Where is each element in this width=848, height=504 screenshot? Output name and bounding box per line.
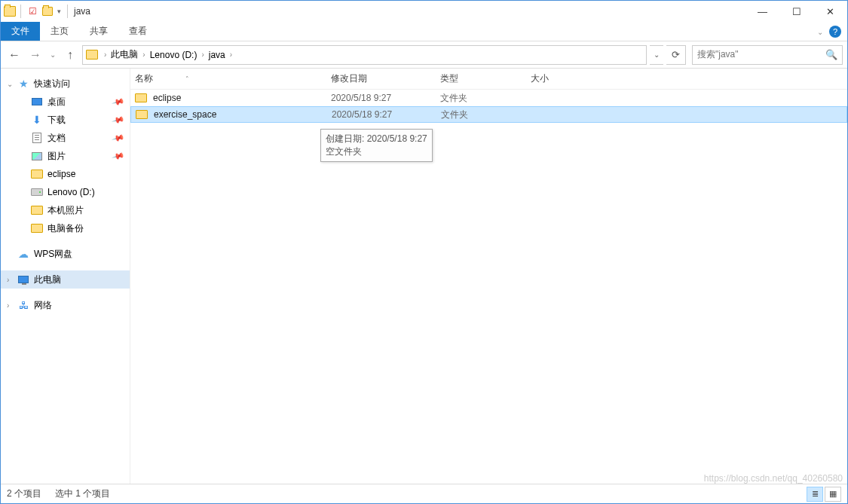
file-date: 2020/5/18 9:27 [326,93,436,103]
column-date[interactable]: 修改日期 [326,72,436,85]
quick-access-toolbar: ☑ ▾ [4,5,69,18]
sidebar-item-label: Lenovo (D:) [47,187,95,197]
sidebar-item-local-photos[interactable]: 本机照片 [1,201,130,219]
sidebar: ⌄ ★ 快速访问 桌面 📌 ⬇ 下载 📌 文档 📌 [1,69,130,484]
document-icon [32,133,41,143]
sidebar-item-label: 本机照片 [47,204,84,217]
sidebar-item-label: 快速访问 [34,78,70,90]
chevron-right-icon[interactable]: › [7,276,9,284]
crumb-this-pc[interactable]: 此电脑 [109,48,139,61]
sidebar-item-label: 电脑备份 [47,222,84,235]
search-input[interactable]: 搜索"java" 🔍 [692,45,843,65]
network-icon: 🖧 [19,301,29,310]
sidebar-item-pc-backup[interactable]: 电脑备份 [1,219,130,237]
sidebar-item-documents[interactable]: 文档 📌 [1,129,130,147]
minimize-button[interactable]: — [745,1,779,22]
folder-icon [31,224,43,233]
qat-dropdown-icon[interactable]: ▾ [56,8,63,15]
qat-properties-icon[interactable]: ☑ [26,5,39,18]
sidebar-item-drive-d[interactable]: Lenovo (D:) [1,183,130,201]
column-headers: 名称 ˄ 修改日期 类型 大小 [130,69,847,90]
chevron-right-icon[interactable]: › [227,50,235,59]
sidebar-item-label: eclipse [47,169,75,179]
file-row[interactable]: exercise_space 2020/5/18 9:27 文件夹 [130,106,847,123]
view-large-icons-button[interactable]: ▦ [825,487,841,502]
status-bar: 2 个项目 选中 1 个项目 ≣ ▦ [1,484,847,503]
file-date: 2020/5/18 9:27 [327,109,436,120]
drive-icon [31,188,43,196]
chevron-down-icon[interactable]: ⌄ [7,80,13,88]
sidebar-item-wps[interactable]: ☁ WPS网盘 [1,245,130,263]
file-name: exercise_space [149,109,327,120]
sort-indicator-icon: ˄ [155,75,189,83]
file-type: 文件夹 [436,92,526,105]
recent-dropdown-icon[interactable]: ⌄ [47,46,58,64]
qat-newfolder-icon[interactable] [42,7,53,16]
maximize-button[interactable]: ☐ [779,1,813,22]
desktop-icon [32,98,42,105]
chevron-right-icon[interactable]: › [198,50,207,59]
sidebar-item-downloads[interactable]: ⬇ 下载 📌 [1,111,130,129]
column-size[interactable]: 大小 [526,72,586,85]
tab-share[interactable]: 共享 [79,22,118,41]
app-icon[interactable] [4,6,16,17]
help-icon[interactable]: ? [829,26,841,38]
back-button[interactable]: ← [5,46,23,64]
folder-icon [136,110,148,119]
sidebar-item-label: 桌面 [47,96,66,108]
refresh-button[interactable]: ⟳ [666,45,686,65]
sidebar-item-pictures[interactable]: 图片 📌 [1,147,130,165]
file-row[interactable]: eclipse 2020/5/18 9:27 文件夹 [130,90,847,106]
sidebar-item-label: 下载 [47,114,66,127]
sidebar-quick-access[interactable]: ⌄ ★ 快速访问 [1,75,130,93]
crumb-drive[interactable]: Lenovo (D:) [148,50,199,60]
cloud-icon: ☁ [18,249,29,259]
file-list: 名称 ˄ 修改日期 类型 大小 eclipse 2020/5/18 9:27 文… [130,69,847,484]
up-button[interactable]: ↑ [61,46,79,64]
star-icon: ★ [19,78,29,89]
pin-icon: 📌 [112,113,126,127]
nav-bar: ← → ⌄ ↑ › 此电脑 › Lenovo (D:) › java › ⌄ ⟳… [1,41,847,69]
search-icon[interactable]: 🔍 [825,49,837,60]
sidebar-item-label: 网络 [34,299,52,312]
sidebar-item-label: WPS网盘 [34,248,72,261]
forward-button: → [26,46,44,64]
chevron-right-icon[interactable]: › [101,50,109,59]
view-details-button[interactable]: ≣ [807,487,823,502]
tooltip: 创建日期: 2020/5/18 9:27 空文件夹 [320,129,433,162]
download-icon: ⬇ [32,115,41,125]
address-folder-icon [86,50,98,60]
tab-home[interactable]: 主页 [40,22,79,41]
ribbon: 文件 主页 共享 查看 ⌄ ? [1,22,847,41]
folder-icon [135,93,147,102]
column-type[interactable]: 类型 [436,72,526,85]
address-bar[interactable]: › 此电脑 › Lenovo (D:) › java › [82,45,647,65]
folder-icon [31,170,43,179]
tooltip-line: 创建日期: 2020/5/18 9:27 [326,133,427,145]
column-name[interactable]: 名称 ˄ [130,72,326,85]
sidebar-item-label: 此电脑 [34,273,61,286]
chevron-right-icon[interactable]: › [139,50,148,59]
file-rows[interactable]: eclipse 2020/5/18 9:27 文件夹 exercise_spac… [130,90,847,484]
search-placeholder: 搜索"java" [697,48,739,61]
title-bar: ☑ ▾ java — ☐ ✕ [1,1,847,22]
pin-icon: 📌 [112,149,126,163]
tab-file[interactable]: 文件 [1,22,40,41]
sidebar-item-network[interactable]: › 🖧 网络 [1,296,130,314]
pin-icon: 📌 [112,95,126,108]
status-count: 2 个项目 [7,487,41,500]
close-button[interactable]: ✕ [813,1,847,22]
ribbon-expand-icon[interactable]: ⌄ [817,28,823,36]
pc-icon [18,276,29,283]
chevron-right-icon[interactable]: › [7,301,9,310]
status-selected: 选中 1 个项目 [55,487,110,500]
sidebar-item-eclipse[interactable]: eclipse [1,165,130,183]
sidebar-item-this-pc[interactable]: › 此电脑 [1,270,130,289]
window-title: java [74,6,90,17]
file-name: eclipse [148,93,326,103]
crumb-folder[interactable]: java [207,50,227,60]
address-dropdown-icon[interactable]: ⌄ [650,45,663,65]
sidebar-item-label: 文档 [47,132,66,145]
sidebar-item-desktop[interactable]: 桌面 📌 [1,93,130,111]
tab-view[interactable]: 查看 [118,22,158,41]
